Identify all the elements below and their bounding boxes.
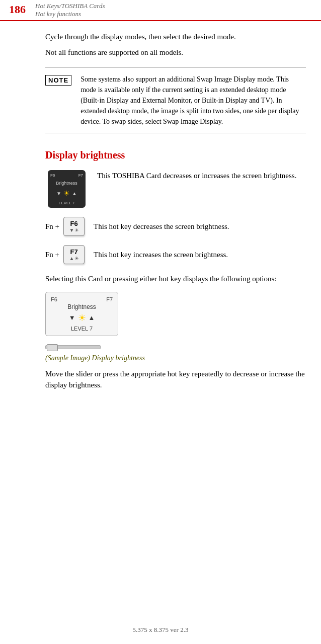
intro-line1: Cycle through the display modes, then se…	[45, 31, 306, 43]
fn-f7-desc: This hot key increases the screen bright…	[94, 249, 228, 261]
f7-key-label: F7	[70, 248, 77, 256]
card-label-f7: F7	[78, 173, 83, 178]
selecting-text: Selecting this Card or pressing either h…	[45, 273, 306, 285]
header-titles: Hot Keys/TOSHIBA Cards Hot key functions	[35, 2, 105, 18]
brightness-panel: F6 F7 Brightness ▼ ☀ ▲ LEVEL 7	[45, 292, 118, 336]
header-section: Hot key functions	[35, 10, 105, 18]
f7-key-box: F7 ▲☀	[63, 245, 85, 264]
slider-thumb	[47, 344, 58, 351]
fn-f6-label: Fn +	[45, 222, 59, 231]
page-number: 186	[0, 2, 35, 18]
bp-label-f7: F7	[106, 296, 113, 302]
card-top-labels: F6 F7	[50, 173, 83, 178]
page-footer: 5.375 x 8.375 ver 2.3	[0, 626, 321, 634]
bp-label-f6: F6	[51, 296, 57, 302]
toshiba-card-small: F6 F7 Brightness ▼ ☀ ▲ LEVEL 7	[48, 170, 86, 208]
card-desc: This TOSHIBA Card decreases or increases…	[97, 170, 296, 182]
bp-top-labels: F6 F7	[51, 296, 113, 302]
note-label: NOTE	[45, 75, 71, 86]
brightness-panel-wrap: F6 F7 Brightness ▼ ☀ ▲ LEVEL 7	[45, 292, 306, 336]
toshiba-card-image: F6 F7 Brightness ▼ ☀ ▲ LEVEL 7	[45, 170, 88, 208]
intro-line2: Not all functions are supported on all m…	[45, 47, 306, 58]
f6-key-sub: ▼☀	[69, 227, 79, 233]
slider-track	[45, 345, 101, 349]
f6-key-box: F6 ▼☀	[63, 217, 85, 236]
fn-f6-desc: This hot key decreases the screen bright…	[94, 221, 229, 232]
card-level: LEVEL 7	[59, 201, 74, 205]
fn-f7-row: Fn + F7 ▲☀ This hot key increases the sc…	[45, 245, 306, 264]
card-arrow-up: ▲	[72, 191, 77, 196]
card-brightness-row: ▼ ☀ ▲	[56, 189, 77, 198]
slider-image	[45, 342, 101, 352]
bp-brightness-row: ▼ ☀ ▲	[69, 312, 95, 324]
header-chapter: Hot Keys/TOSHIBA Cards	[35, 2, 105, 10]
bp-sun-icon: ☀	[78, 312, 86, 324]
section-heading: Display brightness	[45, 149, 306, 161]
main-content: Cycle through the display modes, then se…	[0, 21, 321, 391]
intro-block: Cycle through the display modes, then se…	[45, 21, 306, 67]
note-text: Some systems also support an additional …	[81, 74, 306, 127]
card-sun-icon: ☀	[63, 189, 70, 198]
f7-key-sub: ▲☀	[69, 256, 79, 261]
card-arrow-down: ▼	[56, 191, 61, 196]
display-brightness-section: Display brightness F6 F7 Brightness ▼ ☀ …	[45, 143, 306, 391]
card-label-f6: F6	[50, 173, 55, 178]
note-block: NOTE Some systems also support an additi…	[45, 67, 306, 133]
sample-image-caption: (Sample Image) Display brightness	[45, 354, 306, 362]
bp-arrow-down: ▼	[69, 314, 75, 322]
f6-key-label: F6	[70, 220, 77, 227]
bp-arrow-up: ▲	[89, 314, 95, 322]
bp-title: Brightness	[67, 303, 96, 310]
card-row: F6 F7 Brightness ▼ ☀ ▲ LEVEL 7 This TOSH…	[45, 170, 306, 208]
card-title: Brightness	[56, 181, 77, 186]
fn-f7-label: Fn +	[45, 251, 59, 259]
footer-text: 5.375 x 8.375 ver 2.3	[133, 626, 189, 633]
page-header: 186 Hot Keys/TOSHIBA Cards Hot key funct…	[0, 0, 321, 21]
move-slider-text: Move the slider or press the appropriate…	[45, 368, 306, 391]
bp-level: LEVEL 7	[71, 326, 93, 332]
fn-f6-row: Fn + F6 ▼☀ This hot key decreases the sc…	[45, 217, 306, 236]
